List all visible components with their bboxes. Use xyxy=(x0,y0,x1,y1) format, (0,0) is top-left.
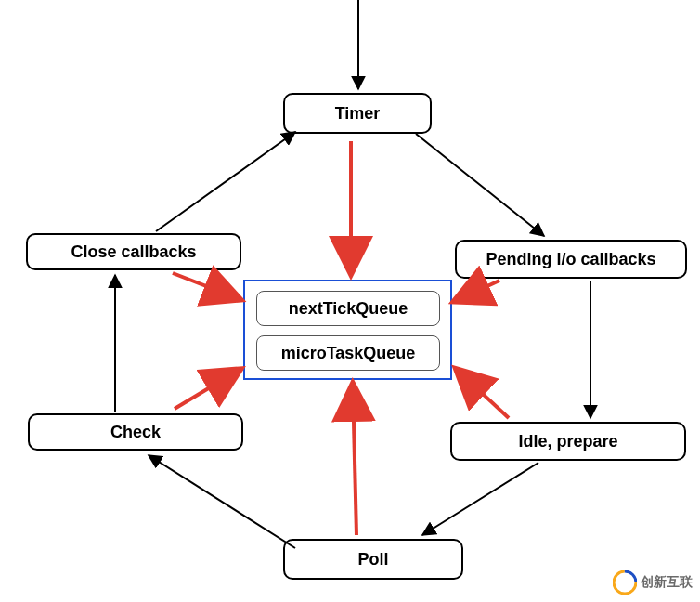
red-close-to-center xyxy=(173,273,240,299)
node-pending-io: Pending i/o callbacks xyxy=(455,240,687,279)
label-poll: Poll xyxy=(357,550,388,569)
red-poll-to-center xyxy=(353,385,356,535)
node-idle-prepare: Idle, prepare xyxy=(450,422,686,461)
label-timer: Timer xyxy=(335,104,381,124)
arrow-close-to-timer xyxy=(156,132,295,231)
node-next-tick-queue: nextTickQueue xyxy=(256,291,440,326)
center-queue-box: nextTickQueue microTaskQueue xyxy=(243,280,452,380)
watermark: 创新互联 xyxy=(613,570,693,595)
label-close-callbacks: Close callbacks xyxy=(71,242,196,262)
arrow-idle-to-poll xyxy=(422,463,538,535)
red-check-to-center xyxy=(175,370,240,409)
red-idle-to-center xyxy=(457,370,509,418)
arrow-timer-to-pending xyxy=(416,134,544,236)
label-idle-prepare: Idle, prepare xyxy=(518,432,617,452)
label-micro-task: microTaskQueue xyxy=(281,344,416,363)
node-micro-task-queue: microTaskQueue xyxy=(256,335,440,371)
arrow-poll-to-check xyxy=(149,455,295,548)
label-next-tick: nextTickQueue xyxy=(289,299,408,319)
label-check: Check xyxy=(110,423,161,442)
node-poll: Poll xyxy=(283,539,463,580)
node-check: Check xyxy=(28,413,243,451)
label-pending-io: Pending i/o callbacks xyxy=(486,250,655,269)
node-timer: Timer xyxy=(283,93,432,134)
watermark-logo-icon xyxy=(613,570,637,595)
watermark-text: 创新互联 xyxy=(641,574,693,591)
node-close-callbacks: Close callbacks xyxy=(26,233,241,270)
red-pending-to-center xyxy=(455,281,499,301)
